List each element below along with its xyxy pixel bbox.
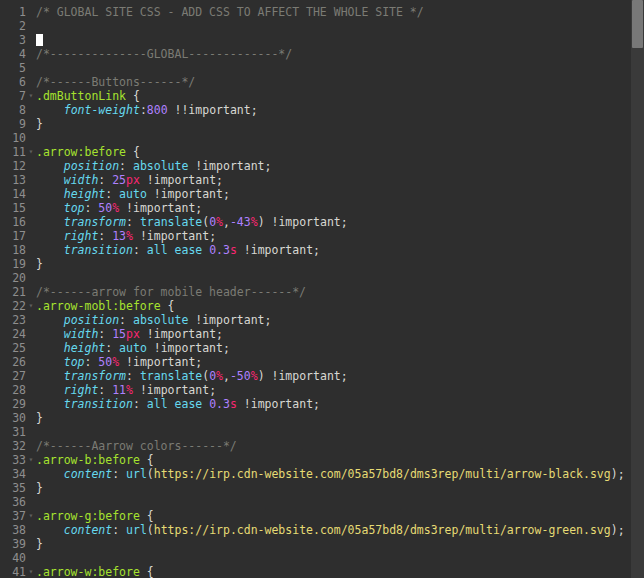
token-unit: % bbox=[251, 215, 258, 229]
token-unit: px bbox=[126, 327, 140, 341]
token-plain: : bbox=[84, 201, 98, 215]
code-line[interactable]: 22▾.arrow-mobl:before { bbox=[0, 299, 631, 313]
line-number[interactable]: 27 bbox=[0, 369, 26, 383]
line-number[interactable]: 8 bbox=[0, 103, 26, 117]
code-line[interactable]: 15 top: 50% !important; bbox=[0, 201, 631, 215]
line-number[interactable]: 33 bbox=[0, 453, 26, 467]
line-number[interactable]: 30 bbox=[0, 411, 26, 425]
code-line[interactable]: 9} bbox=[0, 117, 631, 131]
code-line[interactable]: 32/*------Aarrow colors------*/ bbox=[0, 439, 631, 453]
token-plain bbox=[36, 103, 64, 117]
code-line[interactable]: 16 transform: translate(0%,-43%) !import… bbox=[0, 215, 631, 229]
line-number[interactable]: 12 bbox=[0, 159, 26, 173]
line-number[interactable]: 6 bbox=[0, 75, 26, 89]
line-number[interactable]: 20 bbox=[0, 271, 26, 285]
fold-spacer bbox=[26, 341, 36, 355]
fold-spacer bbox=[26, 495, 36, 509]
fold-chevron-down-icon[interactable]: ▾ bbox=[26, 565, 36, 578]
line-number[interactable]: 37 bbox=[0, 509, 26, 523]
code-line[interactable]: 28 right: 11% !important; bbox=[0, 383, 631, 397]
line-number[interactable]: 4 bbox=[0, 47, 26, 61]
line-number[interactable]: 3 bbox=[0, 33, 26, 47]
code-line[interactable]: 2 bbox=[0, 19, 631, 33]
code-line[interactable]: 11▾.arrow:before { bbox=[0, 145, 631, 159]
code-line[interactable]: 37▾.arrow-g:before { bbox=[0, 509, 631, 523]
line-number[interactable]: 11 bbox=[0, 145, 26, 159]
code-line[interactable]: 29 transition: all ease 0.3s !important; bbox=[0, 397, 631, 411]
code-line[interactable]: 19} bbox=[0, 257, 631, 271]
line-number[interactable]: 38 bbox=[0, 523, 26, 537]
code-line[interactable]: 26 top: 50% !important; bbox=[0, 355, 631, 369]
line-number[interactable]: 7 bbox=[0, 89, 26, 103]
code-line[interactable]: 31 bbox=[0, 425, 631, 439]
line-number[interactable]: 25 bbox=[0, 341, 26, 355]
line-number[interactable]: 5 bbox=[0, 61, 26, 75]
code-line[interactable]: 20 bbox=[0, 271, 631, 285]
line-number[interactable]: 39 bbox=[0, 537, 26, 551]
code-line[interactable]: 5 bbox=[0, 61, 631, 75]
code-line[interactable]: 30} bbox=[0, 411, 631, 425]
line-number[interactable]: 36 bbox=[0, 495, 26, 509]
code-line[interactable]: 21/*------arrow for mobile header------*… bbox=[0, 285, 631, 299]
line-number[interactable]: 32 bbox=[0, 439, 26, 453]
fold-chevron-down-icon[interactable]: ▾ bbox=[26, 509, 36, 523]
code-line[interactable]: 6/*------Buttons------*/ bbox=[0, 75, 631, 89]
code-line[interactable]: 8 font-weight:800 !!important; bbox=[0, 103, 631, 117]
line-number[interactable]: 15 bbox=[0, 201, 26, 215]
line-number[interactable]: 29 bbox=[0, 397, 26, 411]
scrollbar-thumb[interactable] bbox=[632, 0, 643, 48]
line-number[interactable]: 41 bbox=[0, 565, 26, 578]
code-line[interactable]: 38 content: url(https://irp.cdn-website.… bbox=[0, 523, 631, 537]
code-line[interactable]: 27 transform: translate(0%,-50%) !import… bbox=[0, 369, 631, 383]
line-number[interactable]: 17 bbox=[0, 229, 26, 243]
line-number[interactable]: 14 bbox=[0, 187, 26, 201]
line-number[interactable]: 23 bbox=[0, 313, 26, 327]
code-line[interactable]: 40 bbox=[0, 551, 631, 565]
code-line[interactable]: 10 bbox=[0, 131, 631, 145]
line-number[interactable]: 26 bbox=[0, 355, 26, 369]
code-line[interactable]: 35} bbox=[0, 481, 631, 495]
line-number[interactable]: 24 bbox=[0, 327, 26, 341]
code-line[interactable]: 41▾.arrow-w:before { bbox=[0, 565, 631, 578]
code-line[interactable]: 7▾.dmButtonLink { bbox=[0, 89, 631, 103]
line-number[interactable]: 16 bbox=[0, 215, 26, 229]
line-number[interactable]: 2 bbox=[0, 19, 26, 33]
code-text bbox=[36, 271, 631, 285]
code-line[interactable]: 17 right: 13% !important; bbox=[0, 229, 631, 243]
line-number[interactable]: 19 bbox=[0, 257, 26, 271]
line-number[interactable]: 1 bbox=[0, 5, 26, 19]
code-line[interactable]: 23 position: absolute !important; bbox=[0, 313, 631, 327]
fold-chevron-down-icon[interactable]: ▾ bbox=[26, 145, 36, 159]
line-number[interactable]: 22 bbox=[0, 299, 26, 313]
fold-chevron-down-icon[interactable]: ▾ bbox=[26, 89, 36, 103]
line-number[interactable]: 28 bbox=[0, 383, 26, 397]
fold-chevron-down-icon[interactable]: ▾ bbox=[26, 299, 36, 313]
code-line[interactable]: 24 width: 15px !important; bbox=[0, 327, 631, 341]
code-line[interactable]: 1/* GLOBAL SITE CSS - ADD CSS TO AFFECT … bbox=[0, 5, 631, 19]
line-number[interactable]: 9 bbox=[0, 117, 26, 131]
line-number[interactable]: 35 bbox=[0, 481, 26, 495]
line-number[interactable]: 31 bbox=[0, 425, 26, 439]
code-line[interactable]: 4/*--------------GLOBAL-------------*/ bbox=[0, 47, 631, 61]
fold-chevron-down-icon[interactable]: ▾ bbox=[26, 453, 36, 467]
vertical-scrollbar[interactable] bbox=[631, 0, 644, 578]
line-number[interactable]: 18 bbox=[0, 243, 26, 257]
code-text bbox=[36, 425, 631, 439]
line-number[interactable]: 10 bbox=[0, 131, 26, 145]
code-line[interactable]: 36 bbox=[0, 495, 631, 509]
code-line[interactable]: 33▾.arrow-b:before { bbox=[0, 453, 631, 467]
code-line[interactable]: 12 position: absolute !important; bbox=[0, 159, 631, 173]
code-line[interactable]: 39} bbox=[0, 537, 631, 551]
line-number[interactable]: 40 bbox=[0, 551, 26, 565]
fold-spacer bbox=[26, 467, 36, 481]
code-line[interactable]: 18 transition: all ease 0.3s !important; bbox=[0, 243, 631, 257]
code-line[interactable]: 13 width: 25px !important; bbox=[0, 173, 631, 187]
code-line[interactable]: 3 bbox=[0, 33, 631, 47]
line-number[interactable]: 34 bbox=[0, 467, 26, 481]
code-line[interactable]: 14 height: auto !important; bbox=[0, 187, 631, 201]
line-number[interactable]: 21 bbox=[0, 285, 26, 299]
fold-spacer bbox=[26, 117, 36, 131]
line-number[interactable]: 13 bbox=[0, 173, 26, 187]
code-line[interactable]: 25 height: auto !important; bbox=[0, 341, 631, 355]
code-line[interactable]: 34 content: url(https://irp.cdn-website.… bbox=[0, 467, 631, 481]
